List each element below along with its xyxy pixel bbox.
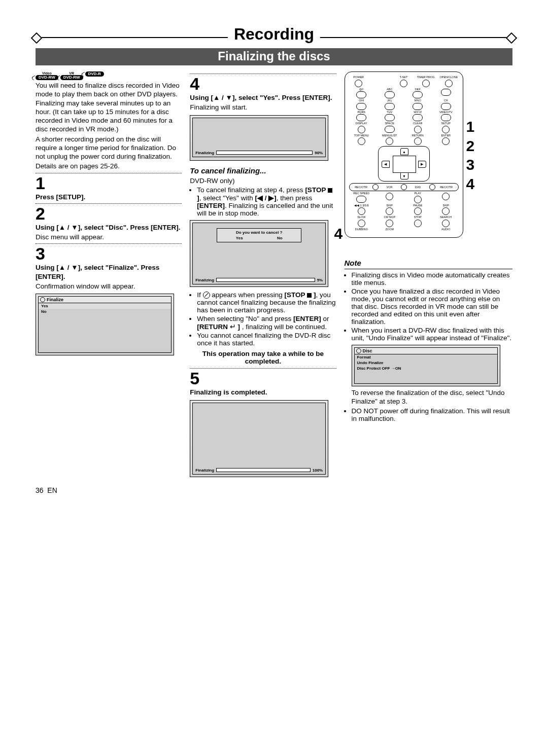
separator xyxy=(36,173,182,173)
return-icon xyxy=(230,323,236,331)
disc-icon xyxy=(40,297,45,302)
disc-type-badges: VideoDVD-RW VRDVD-RW DVD-R xyxy=(36,71,182,80)
note-4: DO NOT power off during finalization. Th… xyxy=(352,407,512,422)
prohibit-icon xyxy=(203,292,210,299)
remote-callout-numbers: 1 2 3 4 xyxy=(466,117,475,193)
cancel-heading: To cancel finalizing... xyxy=(190,166,336,175)
note-heading: Note xyxy=(345,258,512,268)
chapter-header: Recording xyxy=(36,28,512,48)
mode-row: REC/OTR VCR DVD REC/OTR xyxy=(349,183,459,191)
cancel-bullet-4: You cannot cancel finalizing the DVD-R d… xyxy=(197,332,336,347)
osd-finalize-confirm: Finalize Yes No xyxy=(36,294,174,355)
osd-cancel-prompt: Do you want to cancel ? Yes No Finalizin… xyxy=(190,220,328,287)
step-number-4: 4 xyxy=(190,75,336,92)
header-ornament-right xyxy=(506,32,518,44)
cancel-bullet-3: When selecting "No" and press [ENTER] or… xyxy=(197,315,336,331)
step-3-head: Using [▲ / ▼], select "Finalize". Press … xyxy=(36,263,182,281)
page-footer: 36 EN xyxy=(36,486,512,494)
cancel-bullet-2: If appears when pressing [STOP ], you ca… xyxy=(197,291,336,314)
intro-paragraph-3: Details are on pages 25-26. xyxy=(36,162,182,170)
chapter-title: Recording xyxy=(228,25,320,44)
power-button-icon xyxy=(355,80,362,87)
disc-icon xyxy=(356,348,361,353)
step-number-3: 3 xyxy=(36,245,182,262)
stop-icon xyxy=(307,293,312,298)
note-rule xyxy=(345,269,512,269)
remote-callout-4-left: 4 xyxy=(334,225,343,242)
cancel-bullet-1: To cancel finalizing at step 4, press [S… xyxy=(197,186,336,217)
up-icon: ▲ xyxy=(400,148,408,155)
left-icon: ◀ xyxy=(382,161,390,168)
cancel-sub: DVD-RW only) xyxy=(190,176,336,185)
separator xyxy=(190,74,336,74)
stop-icon xyxy=(328,188,332,193)
step-1-head: Press [SETUP]. xyxy=(36,193,182,201)
step-2-head: Using [▲ / ▼], select "Disc". Press [ENT… xyxy=(36,223,182,232)
step-number-2: 2 xyxy=(36,205,182,222)
osd-finalizing-90: Finalizing 90% xyxy=(190,115,328,161)
header-ornament-left xyxy=(31,32,43,44)
step-3-body: Confirmation window will appear. xyxy=(36,282,182,291)
step-4-head: Using [▲ / ▼], select "Yes". Press [ENTE… xyxy=(190,93,336,102)
down-icon: ▼ xyxy=(400,172,408,179)
step-4-body: Finalizing will start. xyxy=(190,103,336,112)
remote-illustration: POWER T-SET TIMER PROG. OPEN/CLOSE @/! A… xyxy=(345,71,463,238)
dpad-icon: ▲ ▼ ◀ ▶ xyxy=(378,146,430,182)
stop-button-icon xyxy=(414,220,422,227)
osd-disc-menu: Disc Format Undo Finalize Disc Protect O… xyxy=(352,345,501,386)
step-5-head: Finalizing is completed. xyxy=(190,388,336,397)
intro-paragraph-2: A shorter recording period on the disc w… xyxy=(36,135,182,161)
note-2: Once you have finalized a disc recorded … xyxy=(352,287,512,326)
note-3: When you insert a DVD-RW disc finalized … xyxy=(352,327,512,342)
note-3b: To reverse the finalization of the disc,… xyxy=(352,388,512,406)
note-1: Finalizing discs in Video mode automatic… xyxy=(352,271,512,286)
section-title: Finalizing the discs xyxy=(36,48,512,65)
right-icon: ▶ xyxy=(418,161,426,168)
intro-paragraph-1: You will need to finalize discs recorded… xyxy=(36,81,182,134)
step-2-body: Disc menu will appear. xyxy=(36,233,182,241)
osd-finalizing-100: Finalizing 100% xyxy=(190,400,328,477)
step-number-1: 1 xyxy=(36,174,182,192)
separator xyxy=(190,368,336,369)
separator xyxy=(36,243,182,244)
arrow-right-icon xyxy=(391,366,395,371)
callout-duration: This operation may take a while to be co… xyxy=(190,350,336,365)
step-number-5: 5 xyxy=(190,370,336,387)
separator xyxy=(36,203,182,204)
